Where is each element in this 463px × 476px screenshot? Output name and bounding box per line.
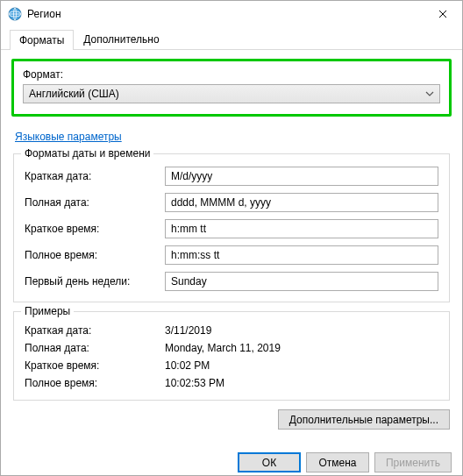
examples-group: Примеры Краткая дата: 3/11/2019 Полная д… bbox=[13, 311, 450, 401]
ex-short-date-value: 3/11/2019 bbox=[165, 324, 438, 337]
tab-label: Форматы bbox=[19, 34, 64, 46]
short-time-select[interactable]: h:mm tt bbox=[165, 219, 438, 238]
first-day-label: Первый день недели: bbox=[25, 275, 165, 288]
button-label: Дополнительные параметры... bbox=[289, 414, 438, 426]
short-time-value: h:mm tt bbox=[171, 223, 206, 235]
tab-additional[interactable]: Дополнительно bbox=[74, 29, 168, 49]
cancel-button[interactable]: Отмена bbox=[306, 452, 369, 472]
short-date-select[interactable]: M/d/yyyy bbox=[165, 167, 438, 186]
globe-icon bbox=[8, 7, 22, 21]
button-label: ОК bbox=[262, 457, 276, 469]
format-label: Формат: bbox=[23, 68, 440, 81]
apply-button[interactable]: Применить bbox=[374, 452, 452, 472]
dialog-buttons: ОК Отмена Применить bbox=[1, 445, 462, 476]
tab-label: Дополнительно bbox=[83, 33, 159, 46]
format-select[interactable]: Английский (США) bbox=[23, 84, 440, 103]
format-value: Английский (США) bbox=[29, 88, 119, 100]
ex-long-date-label: Полная дата: bbox=[25, 342, 165, 354]
ok-button[interactable]: ОК bbox=[238, 452, 301, 472]
first-day-select[interactable]: Sunday bbox=[165, 272, 438, 291]
ex-long-date-value: Monday, March 11, 2019 bbox=[165, 342, 438, 354]
tab-content: Формат: Английский (США) Языковые параме… bbox=[1, 50, 462, 445]
ex-long-time-label: Полное время: bbox=[25, 377, 165, 389]
group-title: Примеры bbox=[21, 305, 74, 317]
short-date-value: M/d/yyyy bbox=[171, 170, 212, 182]
tab-strip: Форматы Дополнительно bbox=[1, 27, 462, 50]
long-time-label: Полное время: bbox=[25, 249, 165, 261]
short-time-label: Краткое время: bbox=[25, 223, 165, 235]
ex-short-date-label: Краткая дата: bbox=[25, 324, 165, 337]
long-date-value: dddd, MMMM d, yyyy bbox=[171, 196, 271, 209]
date-time-formats-group: Форматы даты и времени Краткая дата: M/d… bbox=[13, 153, 450, 302]
long-date-select[interactable]: dddd, MMMM d, yyyy bbox=[165, 193, 438, 212]
window-title: Регион bbox=[27, 8, 425, 20]
titlebar: Регион bbox=[1, 1, 462, 27]
additional-params-button[interactable]: Дополнительные параметры... bbox=[278, 409, 450, 430]
long-date-label: Полная дата: bbox=[25, 196, 165, 209]
button-label: Применить bbox=[386, 457, 440, 469]
ex-short-time-label: Краткое время: bbox=[25, 359, 165, 372]
close-button[interactable] bbox=[425, 2, 460, 26]
language-params-link[interactable]: Языковые параметры bbox=[15, 131, 122, 143]
ex-short-time-value: 10:02 PM bbox=[165, 359, 438, 372]
group-title: Форматы даты и времени bbox=[21, 147, 153, 160]
tab-formats[interactable]: Форматы bbox=[10, 30, 74, 50]
chevron-down-icon bbox=[425, 91, 434, 96]
ex-long-time-value: 10:02:53 PM bbox=[165, 377, 438, 389]
button-label: Отмена bbox=[318, 457, 356, 469]
short-date-label: Краткая дата: bbox=[25, 170, 165, 182]
format-highlight-box: Формат: Английский (США) bbox=[11, 59, 452, 117]
first-day-value: Sunday bbox=[171, 275, 207, 288]
long-time-select[interactable]: h:mm:ss tt bbox=[165, 245, 438, 265]
long-time-value: h:mm:ss tt bbox=[171, 249, 219, 261]
